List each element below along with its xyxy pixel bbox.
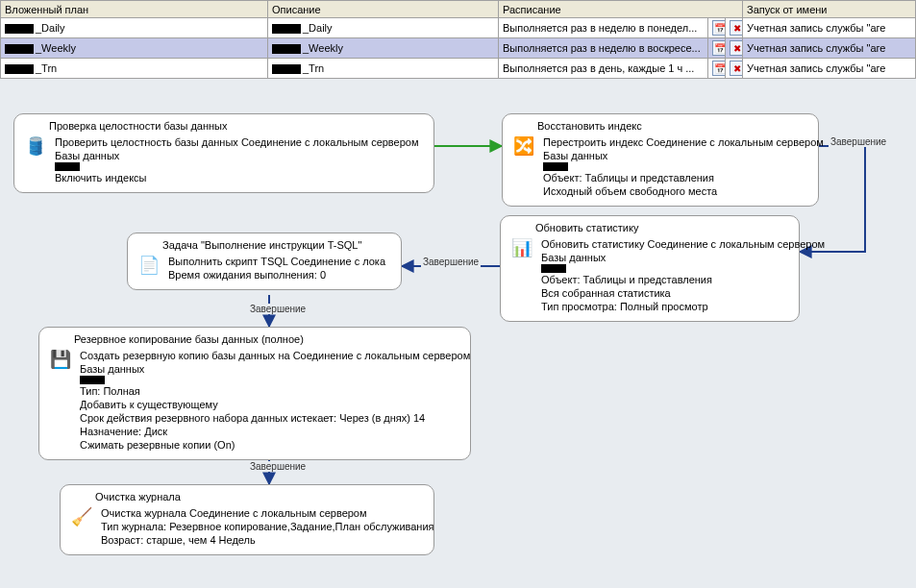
cell-sched[interactable]: Выполняется раз в неделю в воскресе... bbox=[499, 38, 708, 59]
node-details: Перестроить индекс Соединение с локальны… bbox=[543, 135, 824, 198]
cell-plan[interactable]: _Trn bbox=[1, 59, 268, 79]
statistics-icon: 📊 bbox=[510, 237, 533, 313]
header-plan[interactable]: Вложенный план bbox=[1, 1, 268, 18]
node-details: Создать резервную копию базы данных на С… bbox=[80, 349, 470, 452]
node-title: Проверка целостности базы данных bbox=[49, 120, 424, 132]
node-details: Проверить целостность базы данных Соедин… bbox=[55, 135, 419, 184]
database-icon: 🛢️ bbox=[24, 135, 47, 184]
script-icon: 📄 bbox=[137, 255, 161, 282]
arrow-label: Завершение bbox=[421, 257, 481, 267]
table-row[interactable]: _Trn_TrnВыполняется раз в день, каждые 1… bbox=[1, 59, 916, 79]
calendar-icon[interactable] bbox=[712, 40, 726, 56]
arrow-label: Завершение bbox=[829, 136, 888, 147]
cell-plan[interactable]: _Daily bbox=[1, 18, 268, 38]
calendar-icon[interactable] bbox=[712, 20, 726, 36]
header-sched[interactable]: Расписание bbox=[499, 1, 743, 18]
cell-edit-schedule[interactable] bbox=[708, 18, 726, 38]
delete-icon[interactable] bbox=[730, 61, 743, 76]
cleanup-icon: 🧹 bbox=[70, 506, 93, 547]
plans-table[interactable]: Вложенный план Описание Расписание Запус… bbox=[0, 0, 916, 79]
cell-sched[interactable]: Выполняется раз в день, каждые 1 ч ... bbox=[499, 59, 708, 79]
node-details: Обновить статистику Соединение с локальн… bbox=[541, 237, 825, 313]
node-details: Очистка журнала Соединение с локальным с… bbox=[101, 506, 434, 547]
cell-desc[interactable]: _Trn bbox=[268, 59, 499, 79]
cell-desc[interactable]: _Weekly bbox=[268, 38, 499, 59]
index-icon: 🔀 bbox=[512, 135, 535, 198]
cell-delete-schedule[interactable] bbox=[726, 18, 743, 38]
cell-edit-schedule[interactable] bbox=[708, 38, 726, 59]
node-details: Выполнить скрипт TSQL Соединение с лока … bbox=[168, 255, 385, 282]
table-row[interactable]: _Weekly_WeeklyВыполняется раз в неделю в… bbox=[1, 38, 916, 59]
cell-delete-schedule[interactable] bbox=[726, 38, 743, 59]
cell-desc[interactable]: _Daily bbox=[268, 18, 499, 38]
node-history-cleanup[interactable]: Очистка журнала 🧹 Очистка журнала Соедин… bbox=[60, 484, 434, 555]
delete-icon[interactable] bbox=[730, 20, 743, 36]
backup-icon: 💾 bbox=[49, 349, 72, 452]
node-backup-full[interactable]: Резервное копирование базы данных (полно… bbox=[38, 327, 471, 460]
node-title: Резервное копирование базы данных (полно… bbox=[74, 333, 460, 345]
table-row[interactable]: _Daily_DailyВыполняется раз в неделю в п… bbox=[1, 18, 916, 38]
calendar-icon[interactable] bbox=[712, 61, 726, 76]
cell-plan[interactable]: _Weekly bbox=[1, 38, 268, 59]
workflow-canvas[interactable]: Завершение Завершение Завершение Заверше… bbox=[0, 88, 916, 588]
cell-sched[interactable]: Выполняется раз в неделю в понедел... bbox=[499, 18, 708, 38]
node-integrity-check[interactable]: Проверка целостности базы данных 🛢️ Пров… bbox=[13, 113, 434, 193]
header-runas[interactable]: Запуск от имени bbox=[743, 1, 916, 18]
node-rebuild-index[interactable]: Восстановить индекс 🔀 Перестроить индекс… bbox=[502, 113, 819, 207]
node-title: Обновить статистику bbox=[535, 222, 789, 233]
delete-icon[interactable] bbox=[730, 40, 743, 56]
cell-edit-schedule[interactable] bbox=[708, 59, 726, 79]
cell-runas[interactable]: Учетная запись службы "аге bbox=[743, 38, 916, 59]
cell-runas[interactable]: Учетная запись службы "аге bbox=[743, 18, 916, 38]
node-title: Очистка журнала bbox=[95, 491, 424, 502]
header-desc[interactable]: Описание bbox=[268, 1, 499, 18]
node-update-statistics[interactable]: Обновить статистику 📊 Обновить статистик… bbox=[500, 215, 800, 322]
arrow-label: Завершение bbox=[248, 461, 308, 472]
node-title: Восстановить индекс bbox=[537, 120, 808, 132]
table-header-row: Вложенный план Описание Расписание Запус… bbox=[1, 1, 916, 18]
cell-runas[interactable]: Учетная запись службы "аге bbox=[743, 59, 916, 79]
arrow-label: Завершение bbox=[248, 304, 308, 314]
node-tsql-task[interactable]: Задача "Выполнение инструкции T-SQL" 📄 В… bbox=[127, 233, 402, 290]
node-title: Задача "Выполнение инструкции T-SQL" bbox=[162, 239, 391, 251]
cell-delete-schedule[interactable] bbox=[726, 59, 743, 79]
